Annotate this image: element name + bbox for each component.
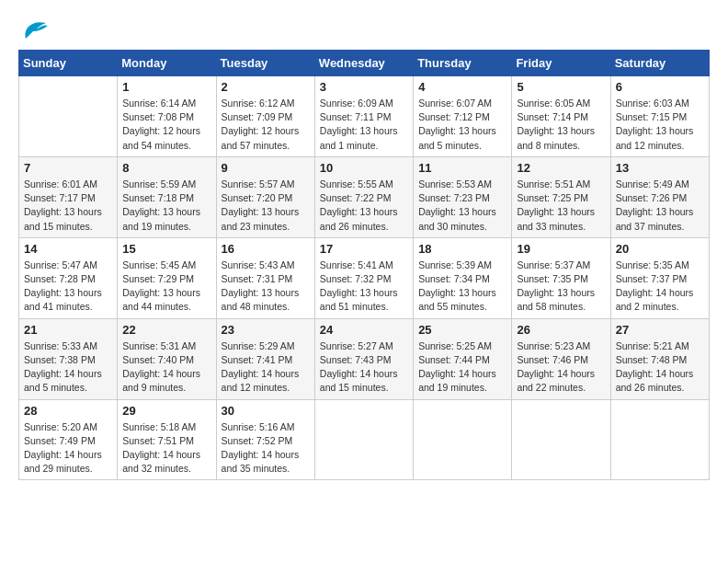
calendar-cell: 24Sunrise: 5:27 AMSunset: 7:43 PMDayligh…	[314, 318, 413, 399]
calendar-cell	[512, 399, 610, 480]
day-info: Sunrise: 5:43 AMSunset: 7:31 PMDaylight:…	[222, 259, 310, 315]
day-info: Sunrise: 5:18 AMSunset: 7:51 PMDaylight:…	[122, 420, 210, 477]
day-info: Sunrise: 5:39 AMSunset: 7:34 PMDaylight:…	[418, 259, 506, 315]
calendar-cell: 8Sunrise: 5:59 AMSunset: 7:18 PMDaylight…	[118, 156, 216, 237]
day-number: 10	[320, 161, 408, 175]
header-day-saturday: Saturday	[610, 51, 709, 76]
day-number: 3	[320, 80, 408, 94]
day-number: 8	[122, 161, 210, 175]
day-info: Sunrise: 6:07 AMSunset: 7:12 PMDaylight:…	[418, 97, 506, 153]
header	[18, 18, 710, 40]
calendar-cell	[414, 399, 512, 480]
calendar-cell: 18Sunrise: 5:39 AMSunset: 7:34 PMDayligh…	[414, 237, 512, 318]
day-info: Sunrise: 5:31 AMSunset: 7:40 PMDaylight:…	[122, 339, 210, 396]
calendar-cell: 28Sunrise: 5:20 AMSunset: 7:49 PMDayligh…	[19, 399, 118, 480]
calendar-cell: 4Sunrise: 6:07 AMSunset: 7:12 PMDaylight…	[414, 76, 512, 157]
day-info: Sunrise: 5:16 AMSunset: 7:52 PMDaylight:…	[222, 420, 310, 477]
calendar-week-row: 14Sunrise: 5:47 AMSunset: 7:28 PMDayligh…	[19, 237, 710, 318]
calendar-cell: 5Sunrise: 6:05 AMSunset: 7:14 PMDaylight…	[512, 76, 610, 157]
calendar-week-row: 21Sunrise: 5:33 AMSunset: 7:38 PMDayligh…	[19, 318, 710, 399]
day-info: Sunrise: 5:29 AMSunset: 7:41 PMDaylight:…	[222, 339, 310, 396]
day-info: Sunrise: 5:23 AMSunset: 7:46 PMDaylight:…	[517, 339, 605, 396]
day-number: 23	[222, 323, 310, 337]
calendar-cell: 17Sunrise: 5:41 AMSunset: 7:32 PMDayligh…	[314, 237, 413, 318]
calendar-cell: 15Sunrise: 5:45 AMSunset: 7:29 PMDayligh…	[118, 237, 216, 318]
calendar-cell: 23Sunrise: 5:29 AMSunset: 7:41 PMDayligh…	[216, 318, 314, 399]
day-number: 25	[418, 323, 506, 337]
day-number: 18	[418, 242, 506, 256]
calendar-cell: 9Sunrise: 5:57 AMSunset: 7:20 PMDaylight…	[216, 156, 314, 237]
day-number: 28	[24, 404, 112, 418]
day-number: 16	[222, 242, 310, 256]
day-number: 20	[616, 242, 704, 256]
day-number: 21	[24, 323, 112, 337]
day-number: 26	[517, 323, 605, 337]
calendar-cell: 30Sunrise: 5:16 AMSunset: 7:52 PMDayligh…	[216, 399, 314, 480]
header-day-sunday: Sunday	[19, 51, 118, 76]
day-number: 7	[24, 161, 112, 175]
day-info: Sunrise: 5:35 AMSunset: 7:37 PMDaylight:…	[616, 259, 704, 315]
day-number: 19	[517, 242, 605, 256]
day-info: Sunrise: 5:47 AMSunset: 7:28 PMDaylight:…	[24, 259, 112, 315]
day-number: 13	[616, 161, 704, 175]
calendar-cell: 2Sunrise: 6:12 AMSunset: 7:09 PMDaylight…	[216, 76, 314, 157]
day-number: 15	[122, 242, 210, 256]
calendar-week-row: 7Sunrise: 6:01 AMSunset: 7:17 PMDaylight…	[19, 156, 710, 237]
header-day-monday: Monday	[118, 51, 216, 76]
day-number: 30	[222, 404, 310, 418]
day-number: 29	[122, 404, 210, 418]
calendar-cell: 12Sunrise: 5:51 AMSunset: 7:25 PMDayligh…	[512, 156, 610, 237]
calendar-header-row: SundayMondayTuesdayWednesdayThursdayFrid…	[19, 51, 710, 76]
day-info: Sunrise: 6:09 AMSunset: 7:11 PMDaylight:…	[320, 97, 408, 153]
calendar-cell: 26Sunrise: 5:23 AMSunset: 7:46 PMDayligh…	[512, 318, 610, 399]
header-day-wednesday: Wednesday	[314, 51, 413, 76]
header-day-thursday: Thursday	[414, 51, 512, 76]
logo	[18, 18, 48, 40]
calendar-cell: 22Sunrise: 5:31 AMSunset: 7:40 PMDayligh…	[118, 318, 216, 399]
day-info: Sunrise: 5:59 AMSunset: 7:18 PMDaylight:…	[122, 178, 210, 234]
day-info: Sunrise: 5:49 AMSunset: 7:26 PMDaylight:…	[616, 178, 704, 234]
calendar-cell: 27Sunrise: 5:21 AMSunset: 7:48 PMDayligh…	[610, 318, 709, 399]
day-number: 17	[320, 242, 408, 256]
day-info: Sunrise: 6:12 AMSunset: 7:09 PMDaylight:…	[222, 97, 310, 153]
day-info: Sunrise: 5:53 AMSunset: 7:23 PMDaylight:…	[418, 178, 506, 234]
calendar-week-row: 1Sunrise: 6:14 AMSunset: 7:08 PMDaylight…	[19, 76, 710, 157]
day-info: Sunrise: 5:55 AMSunset: 7:22 PMDaylight:…	[320, 178, 408, 234]
day-info: Sunrise: 5:45 AMSunset: 7:29 PMDaylight:…	[122, 259, 210, 315]
header-day-friday: Friday	[512, 51, 610, 76]
calendar-cell: 1Sunrise: 6:14 AMSunset: 7:08 PMDaylight…	[118, 76, 216, 157]
calendar-cell: 19Sunrise: 5:37 AMSunset: 7:35 PMDayligh…	[512, 237, 610, 318]
day-number: 5	[517, 80, 605, 94]
calendar-cell: 21Sunrise: 5:33 AMSunset: 7:38 PMDayligh…	[19, 318, 118, 399]
day-info: Sunrise: 5:20 AMSunset: 7:49 PMDaylight:…	[24, 420, 112, 477]
calendar-table: SundayMondayTuesdayWednesdayThursdayFrid…	[18, 50, 710, 480]
logo-bird-icon	[20, 18, 48, 40]
day-info: Sunrise: 5:57 AMSunset: 7:20 PMDaylight:…	[222, 178, 310, 234]
calendar-cell: 6Sunrise: 6:03 AMSunset: 7:15 PMDaylight…	[610, 76, 709, 157]
day-info: Sunrise: 5:41 AMSunset: 7:32 PMDaylight:…	[320, 259, 408, 315]
day-info: Sunrise: 6:14 AMSunset: 7:08 PMDaylight:…	[122, 97, 210, 153]
day-number: 1	[122, 80, 210, 94]
day-info: Sunrise: 5:21 AMSunset: 7:48 PMDaylight:…	[616, 339, 704, 396]
calendar-cell: 11Sunrise: 5:53 AMSunset: 7:23 PMDayligh…	[414, 156, 512, 237]
day-number: 2	[222, 80, 310, 94]
day-number: 12	[517, 161, 605, 175]
day-number: 4	[418, 80, 506, 94]
day-number: 6	[616, 80, 704, 94]
calendar-cell: 20Sunrise: 5:35 AMSunset: 7:37 PMDayligh…	[610, 237, 709, 318]
day-info: Sunrise: 5:25 AMSunset: 7:44 PMDaylight:…	[418, 339, 506, 396]
calendar-week-row: 28Sunrise: 5:20 AMSunset: 7:49 PMDayligh…	[19, 399, 710, 480]
day-info: Sunrise: 5:37 AMSunset: 7:35 PMDaylight:…	[517, 259, 605, 315]
calendar-cell	[314, 399, 413, 480]
day-number: 14	[24, 242, 112, 256]
day-number: 11	[418, 161, 506, 175]
calendar-cell: 16Sunrise: 5:43 AMSunset: 7:31 PMDayligh…	[216, 237, 314, 318]
day-number: 22	[122, 323, 210, 337]
day-info: Sunrise: 6:03 AMSunset: 7:15 PMDaylight:…	[616, 97, 704, 153]
day-info: Sunrise: 5:51 AMSunset: 7:25 PMDaylight:…	[517, 178, 605, 234]
calendar-cell: 3Sunrise: 6:09 AMSunset: 7:11 PMDaylight…	[314, 76, 413, 157]
header-day-tuesday: Tuesday	[216, 51, 314, 76]
calendar-cell: 13Sunrise: 5:49 AMSunset: 7:26 PMDayligh…	[610, 156, 709, 237]
day-info: Sunrise: 5:27 AMSunset: 7:43 PMDaylight:…	[320, 339, 408, 396]
calendar-cell: 14Sunrise: 5:47 AMSunset: 7:28 PMDayligh…	[19, 237, 118, 318]
